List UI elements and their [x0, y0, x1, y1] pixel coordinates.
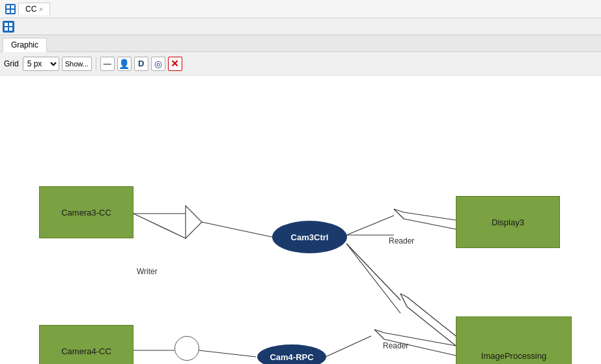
- svg-line-20: [400, 294, 407, 297]
- toolbar: Grid 5 px 1 px 2 px 10 px 20 px Show... …: [0, 52, 601, 76]
- reader-label-2: Reader: [383, 341, 408, 350]
- x-icon: ✕: [171, 58, 179, 70]
- grid-select[interactable]: 5 px 1 px 2 px 10 px 20 px: [23, 57, 59, 71]
- d-button[interactable]: D: [134, 57, 148, 71]
- x-button[interactable]: ✕: [168, 57, 182, 71]
- app-icon: [5, 4, 16, 14]
- svg-rect-4: [5, 23, 8, 26]
- circle-icon: ◎: [154, 59, 162, 69]
- svg-line-17: [404, 219, 456, 229]
- separator-1: [96, 57, 96, 70]
- imageproc-label: ImageProcessing: [481, 351, 546, 361]
- camera4-label: Camera4-CC: [61, 346, 111, 356]
- cam3ctrl-label: Cam3Ctrl: [291, 232, 329, 242]
- d-icon: D: [138, 59, 144, 68]
- camera4-node[interactable]: Camera4-CC: [39, 325, 133, 364]
- person-button[interactable]: 👤: [117, 57, 132, 71]
- tab-close[interactable]: ×: [39, 6, 43, 13]
- display3-node[interactable]: Display3: [456, 196, 560, 248]
- svg-rect-2: [7, 10, 10, 13]
- svg-line-22: [407, 297, 456, 336]
- tab-label: CC: [25, 5, 36, 14]
- svg-rect-3: [11, 10, 14, 13]
- svg-rect-6: [5, 27, 8, 31]
- svg-line-16: [404, 212, 456, 220]
- svg-rect-0: [7, 5, 10, 8]
- person-icon: 👤: [119, 59, 130, 69]
- svg-line-23: [407, 307, 456, 346]
- svg-line-19: [346, 244, 400, 313]
- svg-line-15: [394, 209, 404, 219]
- display3-label: Display3: [492, 217, 524, 227]
- title-bar: CC ×: [0, 0, 601, 18]
- svg-rect-7: [9, 27, 12, 31]
- minimize-icon: —: [104, 59, 111, 68]
- svg-line-21: [400, 294, 407, 307]
- tab-graphic[interactable]: Graphic: [3, 38, 47, 52]
- tab-graphic-label: Graphic: [11, 40, 38, 49]
- toolbar-row: [0, 18, 601, 35]
- svg-line-26: [326, 336, 371, 357]
- main-canvas: Camera3-CC Writer Cam3Ctrl Reader Displa…: [0, 76, 601, 364]
- camera3-node[interactable]: Camera3-CC: [39, 186, 133, 238]
- svg-line-28: [374, 329, 384, 333]
- svg-line-25: [199, 350, 256, 357]
- svg-marker-10: [186, 206, 202, 238]
- circle-button[interactable]: ◎: [151, 57, 165, 71]
- grid-label: Grid: [4, 59, 19, 68]
- main-tab[interactable]: CC ×: [18, 3, 50, 15]
- writer-label: Writer: [137, 267, 158, 276]
- reader-label-1: Reader: [389, 236, 414, 245]
- svg-line-18: [346, 244, 400, 300]
- svg-rect-1: [11, 5, 14, 8]
- svg-line-12: [346, 216, 394, 235]
- imageproc-node[interactable]: ImageProcessing: [456, 316, 572, 364]
- minimize-button[interactable]: —: [100, 57, 115, 71]
- show-button[interactable]: Show...: [62, 57, 92, 71]
- toolbar-icon: [3, 21, 14, 33]
- svg-line-8: [133, 214, 186, 238]
- svg-rect-5: [9, 23, 12, 26]
- tab-strip: Graphic: [0, 35, 601, 52]
- camera3-label: Camera3-CC: [61, 208, 111, 217]
- cam4rpc-circle[interactable]: [175, 336, 199, 361]
- cam3ctrl-node[interactable]: Cam3Ctrl: [272, 221, 347, 253]
- cam4rpc-node[interactable]: Cam4-RPC: [257, 344, 326, 364]
- svg-line-11: [202, 222, 272, 237]
- cam4rpc-ellipse-label: Cam4-RPC: [270, 352, 313, 362]
- svg-line-29: [374, 329, 384, 339]
- svg-line-14: [394, 209, 404, 212]
